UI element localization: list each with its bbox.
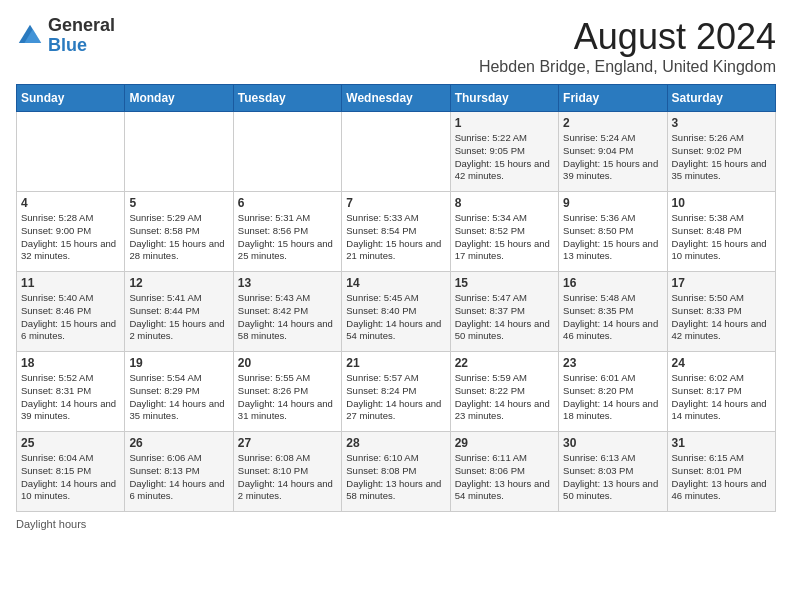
table-row: 14Sunrise: 5:45 AM Sunset: 8:40 PM Dayli… [342, 272, 450, 352]
day-number: 4 [21, 196, 120, 210]
table-row: 18Sunrise: 5:52 AM Sunset: 8:31 PM Dayli… [17, 352, 125, 432]
header: General Blue August 2024 Hebden Bridge, … [16, 16, 776, 76]
table-row: 4Sunrise: 5:28 AM Sunset: 9:00 PM Daylig… [17, 192, 125, 272]
day-number: 30 [563, 436, 662, 450]
table-row [342, 112, 450, 192]
day-number: 29 [455, 436, 554, 450]
day-number: 21 [346, 356, 445, 370]
cell-content: Sunrise: 5:22 AM Sunset: 9:05 PM Dayligh… [455, 132, 554, 183]
month-year: August 2024 [479, 16, 776, 58]
table-row: 21Sunrise: 5:57 AM Sunset: 8:24 PM Dayli… [342, 352, 450, 432]
day-number: 27 [238, 436, 337, 450]
table-row: 28Sunrise: 6:10 AM Sunset: 8:08 PM Dayli… [342, 432, 450, 512]
table-row: 7Sunrise: 5:33 AM Sunset: 8:54 PM Daylig… [342, 192, 450, 272]
col-header-tuesday: Tuesday [233, 85, 341, 112]
day-number: 22 [455, 356, 554, 370]
table-row: 16Sunrise: 5:48 AM Sunset: 8:35 PM Dayli… [559, 272, 667, 352]
cell-content: Sunrise: 5:33 AM Sunset: 8:54 PM Dayligh… [346, 212, 445, 263]
day-number: 25 [21, 436, 120, 450]
table-row: 13Sunrise: 5:43 AM Sunset: 8:42 PM Dayli… [233, 272, 341, 352]
cell-content: Sunrise: 5:34 AM Sunset: 8:52 PM Dayligh… [455, 212, 554, 263]
day-number: 31 [672, 436, 771, 450]
location: Hebden Bridge, England, United Kingdom [479, 58, 776, 76]
logo: General Blue [16, 16, 115, 56]
day-number: 18 [21, 356, 120, 370]
cell-content: Sunrise: 5:45 AM Sunset: 8:40 PM Dayligh… [346, 292, 445, 343]
table-row: 15Sunrise: 5:47 AM Sunset: 8:37 PM Dayli… [450, 272, 558, 352]
day-number: 24 [672, 356, 771, 370]
calendar-row: 25Sunrise: 6:04 AM Sunset: 8:15 PM Dayli… [17, 432, 776, 512]
day-number: 16 [563, 276, 662, 290]
cell-content: Sunrise: 5:24 AM Sunset: 9:04 PM Dayligh… [563, 132, 662, 183]
table-row: 31Sunrise: 6:15 AM Sunset: 8:01 PM Dayli… [667, 432, 775, 512]
table-row: 17Sunrise: 5:50 AM Sunset: 8:33 PM Dayli… [667, 272, 775, 352]
cell-content: Sunrise: 5:57 AM Sunset: 8:24 PM Dayligh… [346, 372, 445, 423]
table-row: 1Sunrise: 5:22 AM Sunset: 9:05 PM Daylig… [450, 112, 558, 192]
day-number: 14 [346, 276, 445, 290]
cell-content: Sunrise: 5:38 AM Sunset: 8:48 PM Dayligh… [672, 212, 771, 263]
cell-content: Sunrise: 6:08 AM Sunset: 8:10 PM Dayligh… [238, 452, 337, 503]
cell-content: Sunrise: 5:28 AM Sunset: 9:00 PM Dayligh… [21, 212, 120, 263]
table-row: 22Sunrise: 5:59 AM Sunset: 8:22 PM Dayli… [450, 352, 558, 432]
cell-content: Sunrise: 6:11 AM Sunset: 8:06 PM Dayligh… [455, 452, 554, 503]
day-number: 7 [346, 196, 445, 210]
day-number: 1 [455, 116, 554, 130]
table-row: 19Sunrise: 5:54 AM Sunset: 8:29 PM Dayli… [125, 352, 233, 432]
day-number: 10 [672, 196, 771, 210]
day-number: 12 [129, 276, 228, 290]
day-number: 17 [672, 276, 771, 290]
day-number: 26 [129, 436, 228, 450]
cell-content: Sunrise: 5:40 AM Sunset: 8:46 PM Dayligh… [21, 292, 120, 343]
col-header-monday: Monday [125, 85, 233, 112]
cell-content: Sunrise: 5:48 AM Sunset: 8:35 PM Dayligh… [563, 292, 662, 343]
table-row: 3Sunrise: 5:26 AM Sunset: 9:02 PM Daylig… [667, 112, 775, 192]
cell-content: Sunrise: 5:26 AM Sunset: 9:02 PM Dayligh… [672, 132, 771, 183]
col-header-wednesday: Wednesday [342, 85, 450, 112]
logo-text: General Blue [48, 16, 115, 56]
footer-note: Daylight hours [16, 518, 776, 530]
table-row: 2Sunrise: 5:24 AM Sunset: 9:04 PM Daylig… [559, 112, 667, 192]
calendar-row: 18Sunrise: 5:52 AM Sunset: 8:31 PM Dayli… [17, 352, 776, 432]
table-row: 8Sunrise: 5:34 AM Sunset: 8:52 PM Daylig… [450, 192, 558, 272]
cell-content: Sunrise: 5:43 AM Sunset: 8:42 PM Dayligh… [238, 292, 337, 343]
cell-content: Sunrise: 6:02 AM Sunset: 8:17 PM Dayligh… [672, 372, 771, 423]
cell-content: Sunrise: 6:13 AM Sunset: 8:03 PM Dayligh… [563, 452, 662, 503]
table-row: 5Sunrise: 5:29 AM Sunset: 8:58 PM Daylig… [125, 192, 233, 272]
table-row: 30Sunrise: 6:13 AM Sunset: 8:03 PM Dayli… [559, 432, 667, 512]
table-row: 6Sunrise: 5:31 AM Sunset: 8:56 PM Daylig… [233, 192, 341, 272]
day-number: 13 [238, 276, 337, 290]
cell-content: Sunrise: 6:01 AM Sunset: 8:20 PM Dayligh… [563, 372, 662, 423]
logo-icon [16, 22, 44, 50]
cell-content: Sunrise: 5:55 AM Sunset: 8:26 PM Dayligh… [238, 372, 337, 423]
cell-content: Sunrise: 6:10 AM Sunset: 8:08 PM Dayligh… [346, 452, 445, 503]
col-header-friday: Friday [559, 85, 667, 112]
table-row: 24Sunrise: 6:02 AM Sunset: 8:17 PM Dayli… [667, 352, 775, 432]
calendar-row: 1Sunrise: 5:22 AM Sunset: 9:05 PM Daylig… [17, 112, 776, 192]
col-header-saturday: Saturday [667, 85, 775, 112]
calendar-row: 11Sunrise: 5:40 AM Sunset: 8:46 PM Dayli… [17, 272, 776, 352]
table-row: 11Sunrise: 5:40 AM Sunset: 8:46 PM Dayli… [17, 272, 125, 352]
table-row: 10Sunrise: 5:38 AM Sunset: 8:48 PM Dayli… [667, 192, 775, 272]
cell-content: Sunrise: 5:52 AM Sunset: 8:31 PM Dayligh… [21, 372, 120, 423]
calendar-header: SundayMondayTuesdayWednesdayThursdayFrid… [17, 85, 776, 112]
day-number: 8 [455, 196, 554, 210]
col-header-thursday: Thursday [450, 85, 558, 112]
table-row: 12Sunrise: 5:41 AM Sunset: 8:44 PM Dayli… [125, 272, 233, 352]
calendar-table: SundayMondayTuesdayWednesdayThursdayFrid… [16, 84, 776, 512]
day-number: 15 [455, 276, 554, 290]
table-row: 27Sunrise: 6:08 AM Sunset: 8:10 PM Dayli… [233, 432, 341, 512]
cell-content: Sunrise: 5:59 AM Sunset: 8:22 PM Dayligh… [455, 372, 554, 423]
day-number: 9 [563, 196, 662, 210]
table-row: 29Sunrise: 6:11 AM Sunset: 8:06 PM Dayli… [450, 432, 558, 512]
table-row: 20Sunrise: 5:55 AM Sunset: 8:26 PM Dayli… [233, 352, 341, 432]
day-number: 5 [129, 196, 228, 210]
cell-content: Sunrise: 5:54 AM Sunset: 8:29 PM Dayligh… [129, 372, 228, 423]
day-number: 28 [346, 436, 445, 450]
day-number: 3 [672, 116, 771, 130]
day-number: 23 [563, 356, 662, 370]
day-number: 19 [129, 356, 228, 370]
day-number: 2 [563, 116, 662, 130]
table-row [17, 112, 125, 192]
table-row: 23Sunrise: 6:01 AM Sunset: 8:20 PM Dayli… [559, 352, 667, 432]
cell-content: Sunrise: 5:50 AM Sunset: 8:33 PM Dayligh… [672, 292, 771, 343]
